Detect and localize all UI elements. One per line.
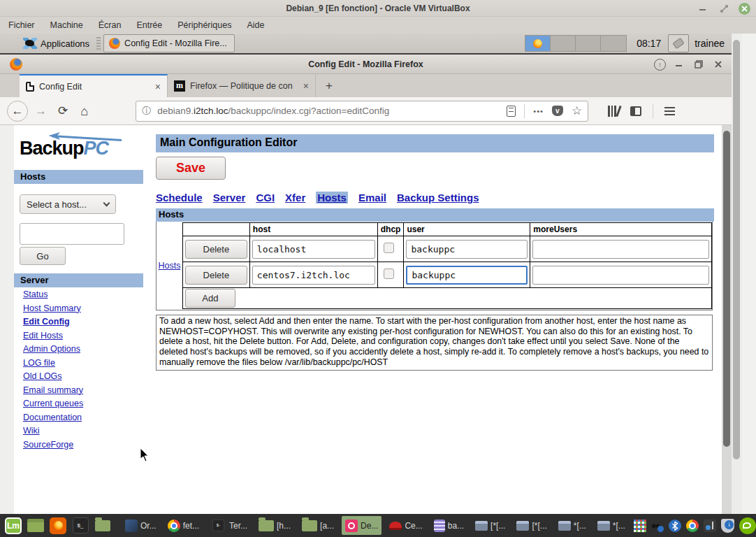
sidebars-icon[interactable] (630, 106, 641, 116)
user-input-row1[interactable] (406, 240, 528, 259)
sidebar-link-log-file[interactable]: LOG file (23, 358, 143, 368)
firefox-unmaximize-button[interactable]: ↑ (654, 59, 666, 71)
vbox-close-button[interactable] (739, 3, 750, 15)
sidebar-link-email-summary[interactable]: Email summary (23, 385, 143, 395)
menu-aide[interactable]: Aide (247, 20, 272, 30)
workspace-2[interactable] (551, 36, 576, 51)
workspace-3[interactable] (576, 36, 601, 51)
moreusers-input-row2[interactable] (532, 266, 709, 285)
hosts-anchor-link[interactable]: Hosts (158, 261, 180, 271)
screenshot-grid-icon[interactable] (634, 520, 646, 532)
nav-xfer[interactable]: Xfer (285, 192, 305, 203)
menu-hamburger-icon[interactable] (664, 107, 675, 115)
panel-grip-handle[interactable] (96, 37, 101, 50)
vbox-vertical-scrollbar[interactable] (732, 34, 742, 514)
task-debian-vm[interactable]: De... (342, 516, 381, 535)
sidebar-link-admin-options[interactable]: Admin Options (23, 344, 143, 354)
sidebar-link-current-queues[interactable]: Current queues (23, 399, 143, 408)
add-button[interactable]: Add (185, 289, 235, 308)
tab-close-icon[interactable]: × (303, 80, 309, 92)
nav-email[interactable]: Email (358, 192, 386, 203)
task-document[interactable]: ba... (430, 516, 467, 535)
reader-mode-icon[interactable] (507, 106, 516, 117)
moreusers-input-row1[interactable] (532, 240, 709, 259)
nav-server[interactable]: Server (213, 192, 246, 203)
tab-firefox-politique[interactable]: m Firefox — Politique de con × (168, 74, 316, 97)
files-launcher[interactable] (94, 517, 112, 535)
page-actions-icon[interactable]: ••• (533, 107, 544, 115)
firefox-close-button[interactable] (712, 58, 725, 71)
task-chrome[interactable]: fet... (164, 516, 203, 535)
vbox-minimize-button[interactable] (697, 2, 709, 15)
host-search-input[interactable] (20, 223, 124, 245)
sidebar-link-host-summary[interactable]: Host Summary (23, 303, 143, 313)
task-window-4[interactable]: *[... (594, 516, 629, 535)
url-bar[interactable]: ⓘ debian9.i2tch.loc/backuppc/index.cgi?a… (136, 101, 588, 122)
network-icon[interactable] (704, 520, 716, 532)
site-info-icon[interactable]: ⓘ (142, 105, 151, 117)
host-input-row1[interactable] (252, 240, 375, 259)
user-input-row2[interactable] (406, 266, 528, 285)
backuppc-logo[interactable]: BackupPC (20, 132, 131, 160)
go-button[interactable]: Go (20, 247, 66, 265)
task-folder-a[interactable]: [a... (298, 516, 337, 535)
menu-entree[interactable]: Entrée (136, 20, 170, 30)
new-tab-button[interactable]: + (316, 79, 342, 93)
panel-clock[interactable]: 08:17 (637, 38, 661, 49)
workspace-1[interactable] (525, 36, 551, 51)
nvidia-icon[interactable] (739, 517, 756, 534)
chrome-tray-icon[interactable] (686, 520, 699, 532)
nav-hosts[interactable]: Hosts (316, 192, 348, 203)
sidebar-link-status[interactable]: Status (23, 289, 143, 299)
nav-cgi[interactable]: CGI (256, 192, 275, 203)
forward-button[interactable]: → (35, 105, 47, 117)
url-text[interactable]: debian9.i2tch.loc/backuppc/index.cgi?act… (157, 106, 507, 116)
sidebar-link-sourceforge[interactable]: SourceForge (23, 440, 143, 450)
pocket-icon[interactable]: v (552, 106, 563, 116)
vbox-restore-button[interactable] (718, 2, 730, 15)
mint-menu-button[interactable]: Lm (4, 517, 22, 535)
applications-menu-button[interactable]: Applications (20, 35, 92, 52)
sidebar-link-edit-hosts[interactable]: Edit Hosts (23, 331, 143, 341)
nav-backup-settings[interactable]: Backup Settings (397, 192, 479, 203)
back-button[interactable]: ← (7, 101, 28, 122)
tab-config-edit[interactable]: Config Edit × (20, 74, 168, 97)
firefox-launcher[interactable] (49, 517, 67, 535)
task-terminal[interactable]: $-Ter... (207, 516, 251, 535)
reload-button[interactable]: ⟳ (58, 105, 68, 117)
bluetooth-icon[interactable] (669, 520, 681, 532)
screenshot-tool-button[interactable] (668, 34, 689, 52)
firefox-maximize-button[interactable] (692, 58, 705, 71)
host-input-row2[interactable] (252, 266, 375, 285)
tab-close-icon[interactable]: × (155, 81, 161, 92)
scrollbar-thumb[interactable] (723, 131, 730, 447)
menu-machine[interactable]: Machine (50, 20, 92, 30)
scrollbar-thumb[interactable] (733, 40, 740, 459)
dhcp-checkbox-row1[interactable] (384, 243, 394, 253)
menu-peripheriques[interactable]: Périphériques (177, 20, 240, 30)
firefox-page-scrollbar[interactable] (722, 125, 732, 514)
home-button[interactable]: ⌂ (80, 105, 88, 117)
sidebar-link-old-logs[interactable]: Old LOGs (23, 371, 143, 381)
sidebar-link-edit-config[interactable]: Edit Config (23, 317, 143, 327)
sync-icon[interactable] (651, 520, 664, 532)
task-virtualbox-manager[interactable]: Or... (122, 516, 160, 535)
task-window-2[interactable]: [*[... (513, 516, 550, 535)
security-shield-icon[interactable] (721, 519, 734, 533)
delete-button-row2[interactable]: Delete (185, 266, 247, 285)
task-folder-h[interactable]: [h... (255, 516, 294, 535)
host-select-dropdown[interactable]: Select a host... (20, 194, 116, 214)
dhcp-checkbox-row2[interactable] (384, 268, 394, 279)
sidebar-link-wiki[interactable]: Wiki (23, 426, 143, 436)
sidebar-link-documentation[interactable]: Documentation (23, 413, 143, 422)
workspace-4[interactable] (601, 36, 626, 51)
library-icon[interactable] (608, 106, 619, 117)
task-window-3[interactable]: *[... (555, 516, 590, 535)
save-button[interactable]: Save (156, 157, 226, 180)
nav-schedule[interactable]: Schedule (156, 192, 203, 203)
task-window-1[interactable]: [*[... (472, 516, 509, 535)
guest-task-button-firefox[interactable]: Config Edit - Mozilla Fire... (103, 34, 235, 52)
menu-fichier[interactable]: Fichier (8, 20, 43, 30)
firefox-minimize-button[interactable] (673, 58, 685, 71)
show-desktop-button[interactable] (27, 517, 45, 535)
